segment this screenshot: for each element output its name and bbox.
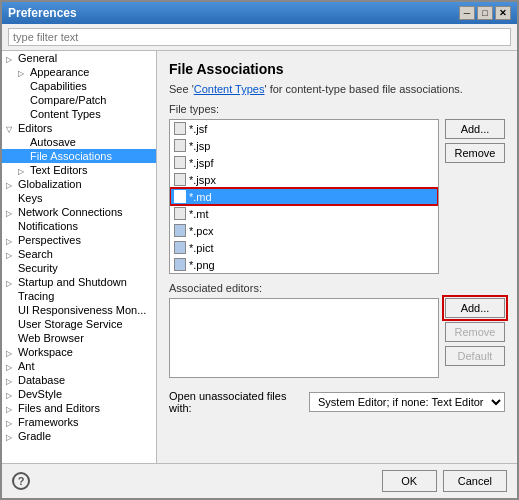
tree-arrow-startup: ▷: [6, 279, 18, 288]
tree-arrow-search: ▷: [6, 251, 18, 260]
right-panel: File Associations See 'Content Types' fo…: [157, 51, 517, 463]
content-types-link[interactable]: Content Types: [194, 83, 265, 95]
assoc-section: Associated editors: Add... Remove Defaul…: [169, 282, 505, 378]
maximize-button[interactable]: □: [477, 6, 493, 20]
tree-label-editors: Editors: [18, 122, 52, 134]
tree-label-text-editors: Text Editors: [30, 164, 87, 176]
tree-arrow-frameworks: ▷: [6, 419, 18, 428]
close-button[interactable]: ✕: [495, 6, 511, 20]
tree-label-security: Security: [18, 262, 58, 274]
ok-button[interactable]: OK: [382, 470, 437, 492]
sidebar-item-tracing[interactable]: Tracing: [2, 289, 156, 303]
assoc-remove-button[interactable]: Remove: [445, 322, 505, 342]
assoc-default-button[interactable]: Default: [445, 346, 505, 366]
tree-arrow-database: ▷: [6, 377, 18, 386]
tree-label-web-browser: Web Browser: [18, 332, 84, 344]
open-unassoc-row: Open unassociated files with: System Edi…: [169, 390, 505, 414]
file-type-name: *.jsf: [189, 123, 207, 135]
sidebar-item-autosave[interactable]: Autosave: [2, 135, 156, 149]
file-type-item[interactable]: *.pcx: [170, 222, 438, 239]
assoc-editors-listbox[interactable]: [169, 298, 439, 378]
tree-label-notifications: Notifications: [18, 220, 78, 232]
file-types-remove-button[interactable]: Remove: [445, 143, 505, 163]
tree-label-autosave: Autosave: [30, 136, 76, 148]
sidebar-item-devstyle[interactable]: ▷DevStyle: [2, 387, 156, 401]
sidebar-item-perspectives[interactable]: ▷Perspectives: [2, 233, 156, 247]
main-content: ▷General▷AppearanceCapabilitiesCompare/P…: [2, 51, 517, 463]
sidebar-item-content-types[interactable]: Content Types: [2, 107, 156, 121]
sidebar-item-capabilities[interactable]: Capabilities: [2, 79, 156, 93]
sidebar-item-appearance[interactable]: ▷Appearance: [2, 65, 156, 79]
tree-label-network: Network Connections: [18, 206, 123, 218]
sidebar-item-file-assoc[interactable]: File Associations: [2, 149, 156, 163]
sidebar-item-notifications[interactable]: Notifications: [2, 219, 156, 233]
file-types-listbox[interactable]: *.jsf*.jsp*.jspf*.jspx*.md*.mt*.pcx*.pic…: [169, 119, 439, 274]
sidebar-item-editors[interactable]: ▽Editors: [2, 121, 156, 135]
open-unassoc-select[interactable]: System Editor; if none: Text EditorSyste…: [309, 392, 505, 412]
file-type-name: *.pcx: [189, 225, 213, 237]
sidebar-item-frameworks[interactable]: ▷Frameworks: [2, 415, 156, 429]
file-type-item[interactable]: *.mt: [170, 205, 438, 222]
tree-label-search: Search: [18, 248, 53, 260]
title-bar: Preferences ─ □ ✕: [2, 2, 517, 24]
sidebar-item-files-editors[interactable]: ▷Files and Editors: [2, 401, 156, 415]
tree-arrow-ant: ▷: [6, 363, 18, 372]
tree-arrow-general: ▷: [6, 55, 18, 64]
minimize-button[interactable]: ─: [459, 6, 475, 20]
search-input[interactable]: [8, 28, 511, 46]
tree-label-keys: Keys: [18, 192, 42, 204]
title-bar-buttons: ─ □ ✕: [459, 6, 511, 20]
sidebar-item-text-editors[interactable]: ▷Text Editors: [2, 163, 156, 177]
cancel-button[interactable]: Cancel: [443, 470, 507, 492]
sidebar-item-ui-responsiveness[interactable]: UI Responsiveness Mon...: [2, 303, 156, 317]
tree-arrow-text-editors: ▷: [18, 167, 30, 176]
file-type-name: *.jspf: [189, 157, 213, 169]
file-type-name: *.jspx: [189, 174, 216, 186]
file-type-name: *.md: [189, 191, 212, 203]
sidebar-item-keys[interactable]: Keys: [2, 191, 156, 205]
panel-title: File Associations: [169, 61, 505, 77]
file-type-item[interactable]: *.jspf: [170, 154, 438, 171]
file-type-item[interactable]: *.pom: [170, 273, 438, 274]
sidebar-item-search[interactable]: ▷Search: [2, 247, 156, 261]
sidebar-item-security[interactable]: Security: [2, 261, 156, 275]
file-type-name: *.pict: [189, 242, 213, 254]
file-type-item[interactable]: *.png: [170, 256, 438, 273]
sidebar-item-web-browser[interactable]: Web Browser: [2, 331, 156, 345]
file-type-item[interactable]: *.pict: [170, 239, 438, 256]
sidebar-item-general[interactable]: ▷General: [2, 51, 156, 65]
file-type-name: *.jsp: [189, 140, 210, 152]
file-type-name: *.png: [189, 259, 215, 271]
file-type-item[interactable]: *.jsf: [170, 120, 438, 137]
file-type-item[interactable]: *.jspx: [170, 171, 438, 188]
assoc-add-button[interactable]: Add...: [445, 298, 505, 318]
tree-arrow-editors: ▽: [6, 125, 18, 134]
tree-label-content-types: Content Types: [30, 108, 101, 120]
sidebar-item-startup[interactable]: ▷Startup and Shutdown: [2, 275, 156, 289]
file-types-buttons: Add... Remove: [445, 119, 505, 274]
file-types-add-button[interactable]: Add...: [445, 119, 505, 139]
tree-label-capabilities: Capabilities: [30, 80, 87, 92]
help-icon[interactable]: ?: [12, 472, 30, 490]
panel-description: See 'Content Types' for content-type bas…: [169, 83, 505, 95]
sidebar-item-ant[interactable]: ▷Ant: [2, 359, 156, 373]
tree-arrow-appearance: ▷: [18, 69, 30, 78]
sidebar-item-workspace[interactable]: ▷Workspace: [2, 345, 156, 359]
file-type-item[interactable]: *.md: [170, 188, 438, 205]
tree-label-file-assoc: File Associations: [30, 150, 112, 162]
tree-label-appearance: Appearance: [30, 66, 89, 78]
tree-label-ui-responsiveness: UI Responsiveness Mon...: [18, 304, 146, 316]
sidebar-item-compare-patch[interactable]: Compare/Patch: [2, 93, 156, 107]
sidebar-item-gradle[interactable]: ▷Gradle: [2, 429, 156, 443]
file-type-item[interactable]: *.jsp: [170, 137, 438, 154]
sidebar-item-network[interactable]: ▷Network Connections: [2, 205, 156, 219]
tree-label-files-editors: Files and Editors: [18, 402, 100, 414]
sidebar-item-database[interactable]: ▷Database: [2, 373, 156, 387]
assoc-editors-row: Add... Remove Default: [169, 298, 505, 378]
tree-arrow-globalization: ▷: [6, 181, 18, 190]
sidebar-item-globalization[interactable]: ▷Globalization: [2, 177, 156, 191]
assoc-editors-buttons: Add... Remove Default: [445, 298, 505, 378]
sidebar-item-user-storage[interactable]: User Storage Service: [2, 317, 156, 331]
file-types-section: *.jsf*.jsp*.jspf*.jspx*.md*.mt*.pcx*.pic…: [169, 119, 505, 274]
tree-label-database: Database: [18, 374, 65, 386]
